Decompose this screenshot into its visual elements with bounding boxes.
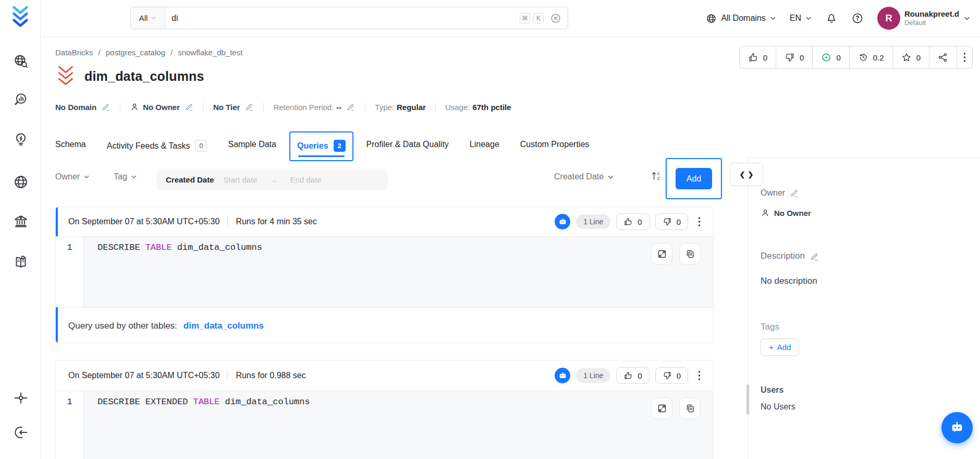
query-more-options-icon[interactable]	[694, 214, 705, 229]
tier-count: 0	[836, 53, 840, 62]
panel-description-section: Description	[761, 251, 819, 261]
collapse-panel-button[interactable]: ❮ ❯	[730, 163, 763, 186]
chat-bot-button[interactable]	[941, 412, 973, 443]
created-date-range-picker[interactable]: Created Date Start date → End date	[156, 168, 388, 190]
breadcrumb-service[interactable]: DataBricks	[55, 48, 93, 57]
copy-query-button[interactable]	[679, 397, 701, 419]
app-logo-icon[interactable]	[10, 4, 30, 29]
more-options-button[interactable]	[957, 46, 972, 68]
owner-value: No Owner	[143, 103, 180, 112]
follower-count: 0	[916, 53, 921, 62]
sort-order-icon[interactable]: A Z	[651, 170, 662, 182]
add-query-button[interactable]: Add	[676, 168, 712, 189]
search-scope-select[interactable]: All	[131, 7, 165, 29]
copy-query-button[interactable]	[679, 243, 701, 264]
search-input[interactable]	[165, 14, 520, 23]
query-used-by-row: Query used by other tables: dim_data_col…	[56, 307, 713, 343]
help-icon[interactable]: ?	[851, 12, 864, 25]
notifications-bell-icon[interactable]	[825, 12, 838, 25]
query-upvote-button[interactable]: 0	[616, 213, 649, 230]
queries-count-badge: 2	[334, 140, 346, 152]
tab-schema[interactable]: Schema	[55, 135, 86, 158]
domains-label: All Domains	[721, 14, 765, 23]
edit-owner-icon[interactable]	[185, 102, 194, 112]
owner-label: Owner	[761, 188, 785, 198]
edit-description-icon[interactable]	[810, 251, 819, 261]
add-tag-button[interactable]: + Add	[761, 339, 799, 356]
tab-queries[interactable]: Queries 2	[297, 135, 346, 160]
sort-by-label: Created Date	[554, 172, 604, 182]
follow-button[interactable]: 0	[893, 46, 929, 68]
topbar-right: All Domains EN ? R Rounakpreet.d Default	[706, 0, 971, 37]
sort-by-dropdown[interactable]: Created Date	[554, 172, 614, 182]
query-used-by-link[interactable]: dim_data_columns	[183, 321, 264, 331]
entity-meta-row: No Domain No Owner No Tier Retention Per…	[55, 102, 511, 112]
tab-lineage[interactable]: Lineage	[470, 135, 499, 158]
domains-selector[interactable]: All Domains	[706, 13, 776, 24]
logout-icon[interactable]	[13, 424, 29, 441]
clear-search-icon[interactable]	[550, 13, 561, 24]
tab-profiler[interactable]: Profiler & Data Quality	[366, 135, 449, 158]
sql-statement: DESCRIBE	[97, 243, 140, 252]
expand-query-button[interactable]	[651, 243, 672, 264]
language-selector[interactable]: EN	[790, 14, 812, 23]
sql-keyword: TABLE	[193, 397, 219, 407]
explore-icon[interactable]	[13, 53, 29, 69]
domain-value: No Domain	[55, 103, 96, 112]
query-more-options-icon[interactable]	[694, 368, 705, 383]
upvote-count: 0	[763, 53, 767, 62]
topbar: All ⌘ K All Domains EN	[41, 0, 980, 37]
sql-text: DESCRIBETABLEdim_data_columns	[84, 237, 262, 307]
edit-domain-icon[interactable]	[101, 102, 111, 112]
kebab-menu-icon	[963, 52, 966, 63]
panel-scrollbar[interactable]	[746, 384, 749, 415]
tab-activity-feeds[interactable]: Activity Feeds & Tasks 0	[107, 135, 207, 160]
domains-icon[interactable]	[13, 174, 29, 190]
breadcrumb-database[interactable]: postgres_catalog	[106, 48, 165, 57]
type-value: Regular	[397, 103, 426, 112]
edit-owner-icon[interactable]	[790, 188, 799, 198]
version-button[interactable]: 0.2	[850, 46, 893, 68]
tag-filter[interactable]: Tag	[114, 172, 137, 182]
tier-button[interactable]: 0	[813, 46, 849, 68]
breadcrumb-separator: /	[99, 48, 101, 57]
insights-icon[interactable]	[13, 131, 29, 148]
query-run-date: On September 07 at 5:30AM UTC+05:30	[68, 217, 219, 226]
breadcrumb-schema[interactable]: snowflake_db_test	[178, 48, 242, 57]
observability-icon[interactable]	[13, 91, 29, 108]
search-shortcut: ⌘ K	[520, 13, 544, 23]
activity-count-badge: 0	[195, 140, 207, 152]
edit-retention-icon[interactable]	[346, 102, 356, 112]
workflow-icon[interactable]	[13, 390, 29, 406]
query-upvote-button[interactable]: 0	[616, 367, 649, 384]
govern-icon[interactable]	[13, 212, 29, 229]
thumbs-up-icon	[623, 217, 633, 226]
query-downvote-count: 0	[677, 371, 681, 380]
query-downvote-button[interactable]: 0	[655, 367, 688, 384]
tab-custom-properties[interactable]: Custom Properties	[520, 135, 590, 158]
chevron-down-icon	[770, 15, 776, 21]
tab-label: Queries	[297, 141, 328, 151]
expand-query-button[interactable]	[651, 397, 672, 419]
person-icon	[761, 208, 770, 218]
sql-statement: DESCRIBE EXTENDED	[97, 397, 188, 407]
user-team: Default	[904, 19, 959, 27]
chevron-down-icon	[607, 174, 614, 180]
upvote-button[interactable]: 0	[740, 46, 776, 68]
tab-sample-data[interactable]: Sample Data	[228, 135, 276, 158]
table-entity-icon	[54, 64, 77, 89]
start-date-placeholder[interactable]: Start date	[224, 175, 258, 184]
downvote-button[interactable]: 0	[776, 46, 813, 68]
entity-tabs: Schema Activity Feeds & Tasks 0 Sample D…	[55, 135, 589, 160]
chevron-down-icon	[963, 15, 971, 22]
query-header: On September 07 at 5:30AM UTC+05:30 Runs…	[56, 360, 713, 391]
glossary-icon[interactable]	[13, 254, 29, 271]
header-separator	[227, 217, 228, 226]
user-menu[interactable]: R Rounakpreet.d Default	[877, 7, 971, 30]
edit-tier-icon[interactable]	[244, 102, 254, 112]
share-button[interactable]	[929, 46, 957, 68]
query-downvote-button[interactable]: 0	[655, 213, 688, 230]
users-value: No Users	[761, 402, 795, 412]
owner-filter[interactable]: Owner	[55, 172, 90, 182]
end-date-placeholder[interactable]: End date	[290, 175, 322, 184]
